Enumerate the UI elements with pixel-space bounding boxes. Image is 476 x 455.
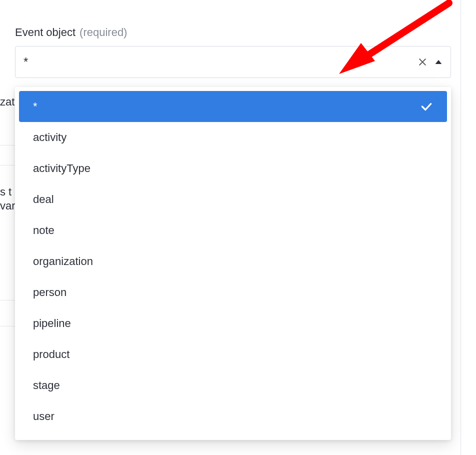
option-deal[interactable]: deal (19, 184, 447, 215)
options-dropdown: * activity activityType deal note organi… (15, 87, 451, 440)
svg-marker-0 (436, 60, 442, 64)
background-divider (0, 326, 17, 326)
clear-icon[interactable] (418, 57, 428, 67)
option-wildcard[interactable]: * (19, 91, 447, 122)
option-label: activityType (33, 162, 433, 175)
option-pipeline[interactable]: pipeline (19, 308, 447, 339)
background-text-fragment: s t (0, 185, 12, 199)
option-product[interactable]: product (19, 339, 447, 370)
option-activity[interactable]: activity (19, 122, 447, 153)
option-label: user (33, 410, 433, 423)
check-icon (420, 100, 433, 113)
background-divider (0, 300, 17, 300)
option-activitytype[interactable]: activityType (19, 153, 447, 184)
select-current-value: * (24, 56, 418, 68)
caret-up-icon[interactable] (434, 59, 442, 65)
background-divider (0, 165, 17, 166)
option-label: product (33, 348, 433, 361)
form-field-container: Event object (required) * * a (15, 26, 451, 78)
option-stage[interactable]: stage (19, 370, 447, 401)
option-label: * (33, 100, 420, 113)
field-label-row: Event object (required) (15, 26, 451, 39)
option-note[interactable]: note (19, 215, 447, 246)
option-label: deal (33, 193, 433, 206)
event-object-select[interactable]: * (15, 46, 451, 78)
option-person[interactable]: person (19, 277, 447, 308)
option-label: organization (33, 255, 433, 268)
background-divider (0, 145, 17, 146)
background-text-fragment: zat (0, 95, 14, 109)
field-label: Event object (15, 26, 76, 39)
select-actions (418, 57, 442, 67)
option-user[interactable]: user (19, 401, 447, 432)
option-label: activity (33, 131, 433, 144)
option-label: stage (33, 379, 433, 392)
option-label: note (33, 224, 433, 237)
background-text-fragment: var (0, 199, 16, 213)
option-label: pipeline (33, 317, 433, 330)
option-organization[interactable]: organization (19, 246, 447, 277)
required-indicator: (required) (80, 26, 127, 39)
option-label: person (33, 286, 433, 299)
